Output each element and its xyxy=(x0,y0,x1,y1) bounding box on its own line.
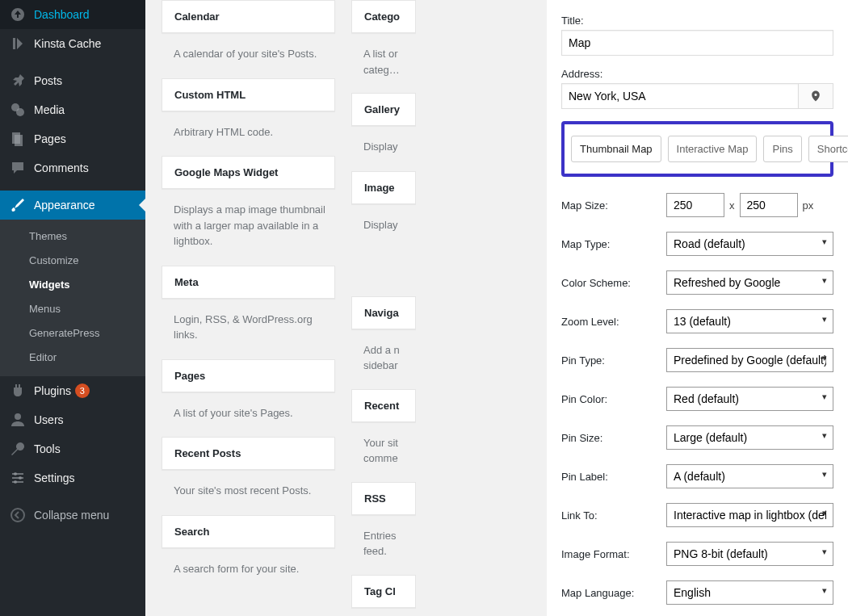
widget-navigation[interactable]: Naviga xyxy=(351,296,416,329)
maptype-label: Map Type: xyxy=(561,238,666,250)
menu-label: Media xyxy=(34,103,65,116)
sidebar-item-pages[interactable]: Pages xyxy=(0,124,145,153)
submenu-editor[interactable]: Editor xyxy=(0,346,145,371)
widget-desc: Entries feed. xyxy=(351,528,416,559)
sidebar-item-comments[interactable]: Comments xyxy=(0,153,145,182)
widget-google-maps[interactable]: Google Maps Widget xyxy=(162,156,335,189)
menu-label: Pages xyxy=(34,132,66,145)
mapsize-height-input[interactable] xyxy=(740,193,798,217)
maplang-select[interactable]: English xyxy=(666,580,833,605)
sidebar-item-posts[interactable]: Posts xyxy=(0,66,145,95)
widget-desc: Your site's most recent Posts. xyxy=(162,483,335,499)
widget-desc: Add a n sidebar xyxy=(351,342,416,373)
kinsta-icon xyxy=(10,36,26,52)
pinlabel-label: Pin Label: xyxy=(561,471,666,483)
widget-gallery[interactable]: Gallery xyxy=(351,93,416,126)
sidebar-item-users[interactable]: Users xyxy=(0,405,145,434)
widget-desc: Login, RSS, & WordPress.org links. xyxy=(162,312,335,343)
menu-label: Plugins xyxy=(34,384,71,397)
submenu-menus[interactable]: Menus xyxy=(0,298,145,322)
mapsize-width-input[interactable] xyxy=(666,193,724,217)
tab-pins[interactable]: Pins xyxy=(763,136,801,162)
submenu-customize[interactable]: Customize xyxy=(0,249,145,274)
widget-desc: A list of your site's Pages. xyxy=(162,405,335,421)
widget-recent-comments[interactable]: Recent xyxy=(351,389,416,422)
menu-label: Users xyxy=(34,413,64,426)
pinsize-select[interactable]: Large (default) xyxy=(666,425,833,450)
menu-separator xyxy=(0,182,145,191)
mapsize-unit: px xyxy=(803,199,814,212)
widget-pages[interactable]: Pages xyxy=(162,359,335,392)
colorscheme-select[interactable]: Refreshed by Google xyxy=(666,270,833,295)
widget-desc: Your sit comme xyxy=(351,435,416,466)
widget-desc: A search form for your site. xyxy=(162,561,335,577)
widget-categories[interactable]: Catego xyxy=(351,0,416,33)
pintype-select[interactable]: Predefined by Google (default) xyxy=(666,348,833,372)
menu-label: Tools xyxy=(34,442,61,455)
sidebar-item-appearance[interactable]: Appearance xyxy=(0,191,145,220)
widget-calendar[interactable]: Calendar xyxy=(162,0,335,33)
linkto-label: Link To: xyxy=(561,509,666,522)
tab-interactive-map[interactable]: Interactive Map xyxy=(668,136,758,162)
widget-tabs: Thumbnail Map Interactive Map Pins Short… xyxy=(561,121,833,177)
widget-desc: Arbitrary HTML code. xyxy=(162,124,335,140)
mapsize-label: Map Size: xyxy=(561,199,666,212)
pin-icon xyxy=(10,73,26,89)
menu-label: Collapse menu xyxy=(34,509,109,522)
pages-icon xyxy=(10,131,26,147)
widget-tag-cloud[interactable]: Tag Cl xyxy=(351,575,416,608)
linkto-select[interactable]: Interactive map in lightbox (default) xyxy=(666,503,833,527)
widget-rss[interactable]: RSS xyxy=(351,482,416,515)
media-icon xyxy=(10,102,26,118)
sidebar-item-kinsta-cache[interactable]: Kinsta Cache xyxy=(0,29,145,58)
dashboard-icon xyxy=(10,6,26,23)
submenu-generatepress[interactable]: GeneratePress xyxy=(0,322,145,346)
menu-label: Kinsta Cache xyxy=(34,37,101,50)
submenu-themes[interactable]: Themes xyxy=(0,225,145,249)
maptype-select[interactable]: Road (default) xyxy=(666,232,833,256)
svg-rect-3 xyxy=(15,135,23,146)
mapsize-separator: x xyxy=(729,199,735,212)
imgformat-select[interactable]: PNG 8-bit (default) xyxy=(666,542,833,566)
widget-recent-posts[interactable]: Recent Posts xyxy=(162,437,335,470)
tab-thumbnail-map[interactable]: Thumbnail Map xyxy=(571,136,661,162)
pincolor-select[interactable]: Red (default) xyxy=(666,387,833,411)
zoom-label: Zoom Level: xyxy=(561,316,666,328)
pinlabel-select[interactable]: A (default) xyxy=(666,464,833,488)
svg-point-4 xyxy=(15,413,21,420)
svg-point-10 xyxy=(14,480,17,484)
sidebar-item-settings[interactable]: Settings xyxy=(0,463,145,492)
maplang-label: Map Language: xyxy=(561,587,666,599)
sidebar-item-plugins[interactable]: Plugins 3 xyxy=(0,376,145,405)
submenu-widgets[interactable]: Widgets xyxy=(0,274,145,298)
plugin-icon xyxy=(10,383,26,399)
widget-image[interactable]: Image xyxy=(351,171,416,204)
comments-icon xyxy=(10,160,26,176)
sidebar-item-tools[interactable]: Tools xyxy=(0,434,145,463)
widget-desc: Display xyxy=(351,217,416,280)
brush-icon xyxy=(10,197,26,213)
main-content: Calendar A calendar of your site's Posts… xyxy=(145,0,848,616)
zoom-select[interactable]: 13 (default) xyxy=(666,309,833,333)
pincolor-label: Pin Color: xyxy=(561,393,666,405)
sidebar-item-dashboard[interactable]: Dashboard xyxy=(0,0,145,29)
widget-desc: A calendar of your site's Posts. xyxy=(162,46,335,62)
address-input[interactable] xyxy=(561,83,798,109)
settings-icon xyxy=(10,470,26,486)
locate-button[interactable] xyxy=(798,83,833,109)
admin-sidebar: Dashboard Kinsta Cache Posts Media Pages… xyxy=(0,0,145,616)
tab-shortcode[interactable]: Shortcode xyxy=(808,136,848,162)
widget-desc: Displays a map image thumbnail with a la… xyxy=(162,202,335,249)
sidebar-item-collapse[interactable]: Collapse menu xyxy=(0,501,145,530)
address-label: Address: xyxy=(561,68,833,80)
svg-point-8 xyxy=(14,472,17,476)
widget-search[interactable]: Search xyxy=(162,515,335,548)
collapse-icon xyxy=(10,507,26,523)
location-pin-icon xyxy=(809,90,822,103)
title-input[interactable] xyxy=(561,30,833,56)
sidebar-item-media[interactable]: Media xyxy=(0,95,145,124)
widget-meta[interactable]: Meta xyxy=(162,266,335,299)
menu-label: Posts xyxy=(34,74,62,87)
svg-point-11 xyxy=(11,509,24,522)
widget-custom-html[interactable]: Custom HTML xyxy=(162,78,335,111)
